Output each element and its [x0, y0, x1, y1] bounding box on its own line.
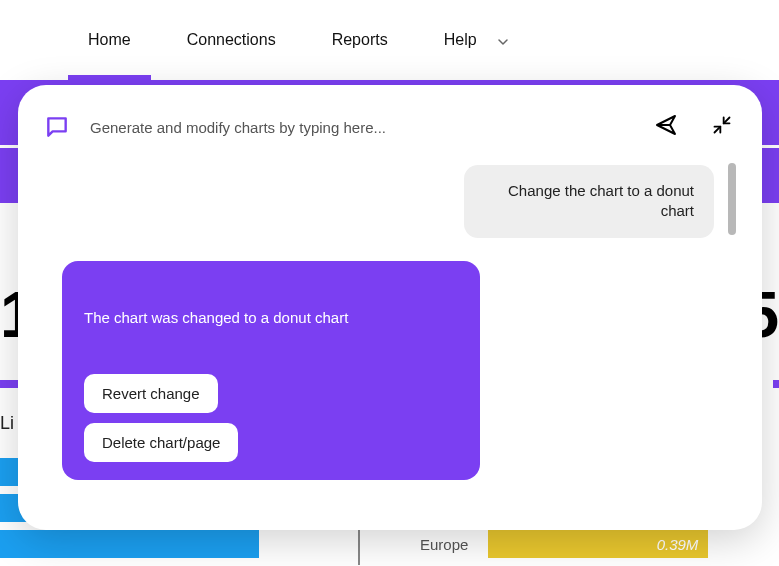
chat-input[interactable] [90, 119, 632, 136]
nav-home[interactable]: Home [60, 0, 159, 80]
collapse-button[interactable] [708, 113, 736, 141]
collapse-icon [712, 115, 732, 139]
user-message: Change the chart to a donut chart [464, 165, 714, 238]
assistant-actions: Revert change Delete chart/page [84, 374, 458, 462]
nav-label: Reports [332, 31, 388, 49]
scrollbar-thumb[interactable] [728, 163, 736, 235]
nav-reports[interactable]: Reports [304, 0, 416, 80]
chevron-down-icon [497, 34, 509, 46]
nav-help[interactable]: Help [416, 0, 537, 80]
region-label: Europe [420, 536, 468, 553]
chart-y-label-fragment: Li [0, 413, 14, 434]
chat-icon [44, 114, 70, 140]
send-button[interactable] [652, 113, 680, 141]
bar-chart-bar [0, 530, 259, 558]
revert-change-button[interactable]: Revert change [84, 374, 218, 413]
chat-header [44, 109, 736, 145]
kpi-underline-right [773, 380, 779, 388]
message-text: Change the chart to a donut chart [508, 182, 694, 219]
delete-chart-button[interactable]: Delete chart/page [84, 423, 238, 462]
chat-panel: Change the chart to a donut chart The ch… [18, 85, 762, 530]
nav-label: Help [444, 31, 477, 49]
send-icon [654, 113, 678, 141]
nav-label: Home [88, 31, 131, 49]
message-text: The chart was changed to a donut chart [84, 307, 458, 328]
assistant-message: The chart was changed to a donut chart R… [62, 261, 480, 480]
top-nav: Home Connections Reports Help [0, 0, 779, 80]
chat-body: Change the chart to a donut chart The ch… [44, 163, 736, 512]
bar-chart-bar-yellow: 0.39M [488, 530, 708, 558]
bar-value-label: 0.39M [657, 536, 699, 553]
chart-row-europe: Europe 0.39M [420, 530, 708, 558]
nav-connections[interactable]: Connections [159, 0, 304, 80]
nav-label: Connections [187, 31, 276, 49]
